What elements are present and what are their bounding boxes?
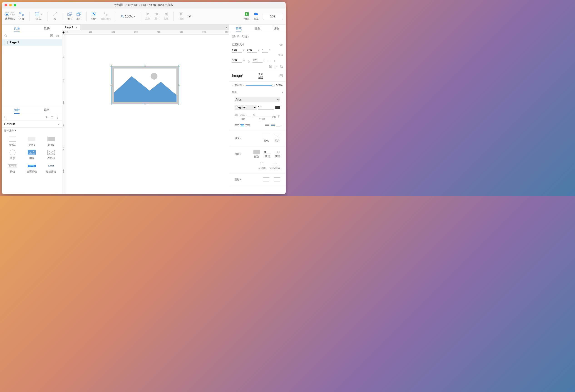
flip-h-icon[interactable] (267, 59, 271, 63)
line-height-input[interactable] (235, 112, 252, 117)
more-tools-icon[interactable] (188, 15, 192, 18)
group-tool[interactable]: 组合 (92, 12, 96, 21)
ruler-corner[interactable]: ✦ (62, 30, 66, 35)
canvas[interactable]: ▽ (66, 35, 229, 194)
close-tab-icon[interactable]: × (76, 26, 77, 29)
stroke-color-swatch[interactable] (253, 150, 260, 154)
create-style-link[interactable]: 创建 (258, 76, 263, 79)
select-mode-tool[interactable]: 选择模式 (4, 12, 15, 21)
crop-icon[interactable] (280, 65, 283, 68)
search-icon[interactable] (4, 34, 7, 37)
widget-primary-button[interactable]: BUTTON主要按钮 (23, 162, 41, 174)
insert-tool[interactable]: ▾ 插入 (35, 12, 42, 21)
resize-handle[interactable] (110, 104, 112, 105)
stroke-type-icon[interactable] (275, 151, 280, 153)
edit-icon[interactable] (274, 65, 278, 68)
align-left-text[interactable] (235, 123, 239, 127)
font-color-swatch[interactable] (275, 106, 280, 109)
font-size-input[interactable] (258, 105, 274, 109)
arrow-style-icon[interactable] (273, 162, 278, 165)
fill-color-swatch[interactable] (263, 134, 269, 138)
ruler-vertical[interactable]: 0 100 200 300 400 500 600 (62, 35, 66, 194)
tab-interactions[interactable]: 交互 (248, 24, 267, 32)
y-input[interactable] (247, 48, 257, 53)
x-input[interactable] (232, 48, 242, 53)
widget-rect3[interactable]: 矩形3 (42, 135, 60, 148)
opacity-slider[interactable] (246, 85, 274, 86)
tab-style[interactable]: 样式 (229, 24, 248, 32)
send-back-tool[interactable]: 底层 (76, 12, 81, 21)
pages-search-input[interactable] (9, 34, 48, 37)
align-center-text[interactable] (240, 123, 244, 127)
width-input[interactable] (232, 58, 242, 63)
tab-notes[interactable]: 说明 (267, 24, 286, 32)
point-tool[interactable]: 点 (52, 12, 57, 21)
document-tab[interactable]: Page 1 × (62, 25, 80, 30)
visibility-icon[interactable] (279, 43, 283, 46)
login-button[interactable]: 登录 (263, 13, 283, 20)
widget-image[interactable]: 图片 (23, 148, 41, 161)
resize-handle[interactable] (178, 104, 180, 105)
style-manager-icon[interactable] (279, 74, 283, 77)
align-right-text[interactable] (245, 123, 250, 127)
resize-handle[interactable] (144, 65, 146, 66)
resize-handle[interactable] (178, 65, 180, 66)
selected-image-widget[interactable]: ▽ (111, 66, 179, 104)
stroke-width-input[interactable] (264, 151, 271, 154)
zoom-control[interactable]: 100% ▾ (121, 15, 135, 18)
add-page-icon[interactable] (49, 34, 54, 38)
share-button[interactable]: 共享 (253, 12, 259, 21)
widget-circle[interactable]: 圆形 (3, 148, 22, 161)
adjust-icon[interactable] (268, 65, 272, 68)
widget-name-input[interactable]: (图片 名称) (229, 32, 286, 41)
add-library-icon[interactable]: + (45, 115, 48, 119)
font-family-select[interactable]: Arial (235, 97, 280, 102)
tab-menu-icon[interactable]: ▾ (224, 26, 229, 29)
connect-tool[interactable]: 连接 (19, 12, 24, 21)
valign-top[interactable] (265, 123, 269, 127)
ruler-horizontal[interactable]: 0 100 200 300 400 500 600 700 800 900 (66, 30, 229, 35)
preview-button[interactable]: 预览 (244, 12, 249, 21)
text-decoration-icon[interactable]: Aa (272, 115, 276, 118)
close-window-button[interactable] (4, 4, 7, 6)
fill-image-swatch[interactable] (274, 134, 280, 138)
lock-aspect-icon[interactable] (247, 60, 250, 63)
widget-rect1[interactable]: 矩形1 (3, 135, 22, 148)
tab-pages[interactable]: 页面 (2, 24, 32, 32)
widget-rect2[interactable]: 矩形2 (23, 135, 41, 148)
bring-front-tool[interactable]: 顶层 (67, 12, 72, 21)
library-options-icon[interactable] (50, 115, 54, 119)
add-folder-icon[interactable] (55, 34, 59, 38)
valign-bottom[interactable] (276, 123, 280, 127)
resize-handle[interactable] (178, 84, 180, 86)
widget-placeholder[interactable]: 占位符 (42, 148, 60, 161)
tab-outline[interactable]: 概要 (32, 24, 62, 32)
flip-v-icon[interactable] (273, 59, 276, 63)
widget-link-button[interactable]: BUTTON链接按钮 (42, 162, 60, 174)
opacity-value[interactable]: 100% (276, 84, 283, 87)
tab-widgets[interactable]: 元件 (2, 106, 32, 114)
visibility-option-icon[interactable] (260, 162, 264, 166)
resize-handle[interactable] (110, 65, 112, 66)
maximize-window-button[interactable] (14, 4, 16, 6)
page-item[interactable]: Page 1 (2, 39, 62, 45)
minimize-window-button[interactable] (9, 4, 12, 6)
outer-shadow-swatch[interactable] (263, 177, 269, 181)
inner-shadow-swatch[interactable] (274, 177, 280, 181)
resize-handle[interactable] (110, 84, 112, 86)
font-weight-select[interactable]: Regular (235, 105, 257, 110)
widget-button[interactable]: BUTTON按钮 (3, 162, 22, 174)
resize-handle[interactable] (144, 104, 146, 105)
library-selector[interactable]: Default ⌄ (2, 121, 62, 128)
rotation-input[interactable] (262, 48, 268, 53)
update-style-link[interactable]: 更新 (258, 72, 263, 76)
basic-widgets-section[interactable]: 基本元件 ▾ (2, 128, 62, 134)
text-format-icon[interactable] (277, 115, 280, 118)
more-icon[interactable]: ⋮ (56, 115, 59, 119)
style-name[interactable]: Image* (232, 74, 243, 78)
widgets-search-input[interactable] (9, 116, 43, 119)
search-icon[interactable] (4, 116, 7, 119)
tab-masters[interactable]: 母版 (32, 106, 62, 114)
letter-spacing-input[interactable] (253, 112, 271, 117)
valign-middle[interactable] (271, 123, 275, 127)
